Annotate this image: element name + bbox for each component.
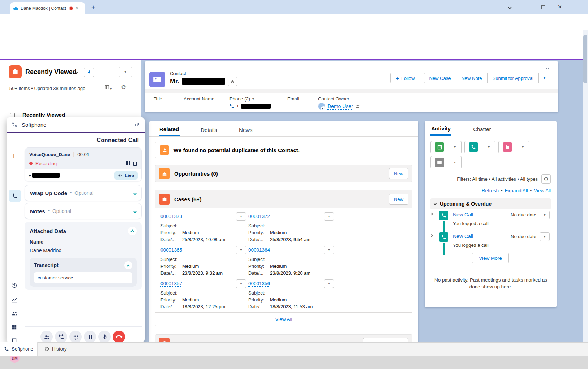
email-dropdown-button[interactable]: ▾ — [448, 156, 462, 168]
notes-section[interactable]: Notes • Optional — [25, 203, 142, 219]
conference-button[interactable] — [40, 331, 53, 343]
cases-view-all-link[interactable]: View All — [275, 317, 292, 322]
expand-item-icon[interactable] — [430, 213, 433, 215]
new-event-button[interactable] — [498, 141, 516, 153]
expand-all-link[interactable]: Expand All — [505, 188, 528, 193]
case-actions-button[interactable]: ▾ — [236, 246, 246, 254]
case-number-link[interactable]: 00001356 — [248, 281, 270, 287]
browser-tab-title: Dane Maddox | Contact | Sal — [21, 6, 67, 11]
rail-apps-grid-icon[interactable] — [11, 324, 17, 332]
pin-list-button[interactable] — [84, 68, 94, 77]
case-number-link[interactable]: 00001364 — [248, 247, 270, 253]
case-number-link[interactable]: 00001357 — [160, 281, 182, 287]
more-actions-dropdown-button[interactable]: ▾ — [539, 73, 550, 83]
window-tab-search-icon[interactable] — [505, 4, 514, 10]
event-dropdown-button[interactable]: ▾ — [516, 141, 529, 153]
opportunities-title[interactable]: Opportunities (0) — [174, 171, 218, 177]
activity-filter-gear-button[interactable]: ⚙ — [541, 174, 551, 184]
expand-item-icon[interactable] — [430, 235, 433, 237]
dialpad-button[interactable] — [69, 331, 82, 343]
activity-item-title[interactable]: New Call — [453, 233, 473, 239]
window-maximize-button[interactable] — [538, 3, 548, 12]
list-row-title: Recently Viewed — [22, 112, 65, 118]
contact-salutation: Mr. — [170, 78, 179, 85]
softphone-title: Softphone — [22, 122, 46, 128]
phone-icon — [229, 104, 235, 109]
waveform-icon — [118, 173, 123, 178]
mute-button[interactable] — [98, 331, 111, 343]
case-actions-button[interactable]: ▾ — [324, 212, 334, 221]
case-tile: 00001372▾ Subject: Priority:Medium Date/… — [248, 212, 334, 243]
hold-button[interactable] — [84, 331, 96, 343]
submit-for-approval-button[interactable]: Submit for Approval — [488, 73, 539, 83]
new-tab-button[interactable]: + — [91, 4, 95, 11]
view-more-button[interactable]: View More — [472, 253, 509, 263]
change-owner-icon[interactable] — [355, 104, 360, 109]
list-actions-dropdown-button[interactable]: ▾ — [119, 67, 132, 77]
list-view-dropdown-icon[interactable] — [75, 71, 77, 73]
phone-dropdown-icon[interactable]: ▾ — [252, 97, 254, 101]
case-actions-button[interactable]: ▾ — [236, 279, 246, 288]
rail-history-icon[interactable] — [11, 282, 18, 290]
softphone-minimize-icon[interactable]: — — [125, 122, 130, 128]
softphone-popout-icon[interactable] — [134, 122, 140, 128]
case-actions-button[interactable]: ▾ — [236, 212, 246, 221]
window-minimize-button[interactable]: — — [522, 3, 531, 12]
tab-related[interactable]: Related — [159, 123, 180, 136]
utility-history-tab[interactable]: History — [40, 342, 70, 356]
activity-item-actions-button[interactable]: ▾ — [540, 211, 550, 219]
pause-recording-icon[interactable] — [126, 160, 130, 167]
new-case-button[interactable]: New Case — [424, 73, 456, 83]
tab-news[interactable]: News — [238, 124, 253, 136]
tab-activity[interactable]: Activity — [430, 123, 451, 136]
case-number-link[interactable]: 00001365 — [160, 247, 182, 253]
email-button[interactable] — [430, 156, 448, 168]
utility-softphone-tab[interactable]: Softphone — [0, 342, 38, 356]
list-refresh-icon[interactable]: ⟳ — [121, 83, 126, 91]
call-dropdown-button[interactable]: ▾ — [482, 141, 495, 153]
browser-tab[interactable]: Dane Maddox | Contact | Sal × — [10, 2, 85, 14]
tab-details[interactable]: Details — [200, 124, 218, 136]
case-actions-button[interactable]: ▾ — [324, 279, 334, 288]
tab-close-icon[interactable]: × — [76, 5, 78, 11]
rail-contacts-icon[interactable] — [11, 310, 18, 318]
notes-expand-icon[interactable] — [133, 209, 137, 213]
opportunities-new-button[interactable]: New — [389, 168, 408, 179]
list-view-title[interactable]: Recently Viewed — [25, 68, 77, 76]
cases-title[interactable]: Cases (6+) — [174, 196, 201, 202]
window-close-button[interactable]: × — [555, 2, 565, 12]
new-event-split-button: ▾ — [498, 141, 529, 153]
section-title: Upcoming & Overdue — [440, 201, 492, 207]
new-note-button[interactable]: New Note — [456, 73, 487, 83]
new-task-button[interactable] — [430, 141, 448, 153]
cases-new-button[interactable]: New — [389, 194, 408, 205]
attached-collapse-icon[interactable] — [128, 227, 137, 235]
owner-link[interactable]: Demo User — [327, 103, 353, 110]
case-actions-button[interactable]: ▾ — [324, 246, 334, 254]
follow-button[interactable]: + Follow — [390, 73, 420, 83]
task-dropdown-button[interactable]: ▾ — [448, 141, 462, 153]
stop-recording-icon[interactable] — [133, 162, 137, 166]
activity-divider — [430, 270, 551, 270]
add-call-button[interactable] — [55, 331, 67, 343]
upcoming-overdue-section[interactable]: Upcoming & Overdue — [430, 198, 551, 209]
view-all-link[interactable]: View All — [534, 188, 551, 193]
transcript-collapse-icon[interactable] — [124, 261, 132, 269]
rail-analytics-icon[interactable] — [11, 296, 18, 304]
view-hierarchy-button[interactable] — [228, 77, 237, 86]
case-number-link[interactable]: 00001373 — [160, 214, 182, 219]
refresh-link[interactable]: Refresh — [482, 188, 499, 193]
case-number-link[interactable]: 00001372 — [248, 214, 270, 219]
activity-item-actions-button[interactable]: ▾ — [540, 232, 550, 241]
end-call-button[interactable] — [113, 331, 125, 343]
wrapup-expand-icon[interactable] — [133, 191, 137, 195]
rail-phone-icon[interactable] — [9, 190, 21, 202]
activity-item-title[interactable]: New Call — [453, 212, 473, 218]
page-scrollbar-thumb[interactable] — [583, 35, 587, 83]
wrap-up-code-section[interactable]: Wrap Up Code • Optional — [25, 185, 142, 201]
new-call-plus-icon[interactable]: + — [12, 151, 16, 161]
display-as-icon[interactable]: ▾ — [104, 84, 112, 91]
log-a-call-button[interactable] — [464, 141, 482, 153]
section-collapse-icon[interactable] — [434, 202, 437, 205]
tab-chatter[interactable]: Chatter — [472, 123, 492, 135]
